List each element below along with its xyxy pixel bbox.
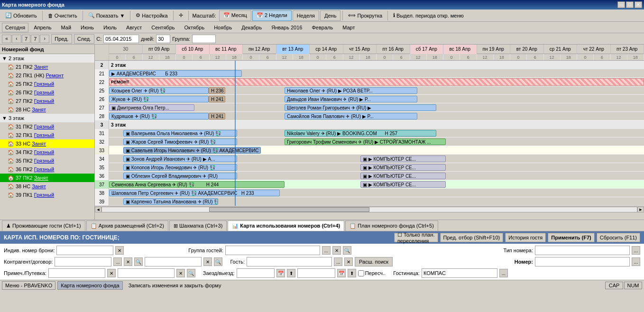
room-38[interactable]: 🏠 38 НС Занят [0, 182, 94, 191]
booking-27-dmitrieva[interactable]: ▣ Дмитриева Олга Петр... [109, 104, 194, 111]
prev-label-button[interactable]: Пред. [51, 34, 72, 44]
tab-room-map[interactable]: 📊 Карта использования номеров (Ctrl+4) [228, 220, 344, 231]
note-dots-button[interactable]: ✕ [176, 269, 185, 277]
month-december[interactable]: Декабрь [237, 23, 266, 32]
counterparty-search3-button[interactable]: 🔍 [214, 257, 222, 266]
tab-room-plan[interactable]: 📋 План номерного фонда (Ctrl+5) [345, 220, 438, 231]
tab-guests[interactable]: ♟ Проживающие гости (Ctrl+1) [2, 220, 85, 231]
room-38-status[interactable]: Занят [32, 184, 46, 189]
booking-39-karpenko[interactable]: ▣ Карпенко Татьяна Иванована ✈ (RU) 💱 [123, 198, 218, 205]
cal-row-25[interactable]: 25 Козырев Олег ✈ (RU) 💱 H 236 Николаев … [95, 86, 644, 95]
booking-34-zonov[interactable]: ▣ Зонов Андрей Иванович ✈ (RU) ▶ А... [123, 156, 237, 162]
indiv-input[interactable] [56, 246, 113, 255]
month-june[interactable]: Июнь [76, 23, 98, 32]
room-37-status[interactable]: Занят [34, 175, 48, 181]
checkin-cal2-button[interactable]: 📅 [337, 269, 346, 277]
room-39-status[interactable]: Грязный [34, 192, 54, 198]
group-search-button[interactable]: ✕ [332, 246, 341, 255]
month-march[interactable]: Март [338, 23, 359, 32]
tab-chess[interactable]: ⊞ Шахматка (Ctrl+3) [169, 220, 227, 231]
room-22-status[interactable]: Ремонт [46, 73, 64, 78]
horizontal-scrollbar[interactable]: ◄ ► [95, 206, 644, 212]
cal-row-21[interactable]: 21 ▶ АКАДЕМСЕРВИС Б 233 [95, 69, 644, 78]
minimize-button[interactable]: — [617, 1, 625, 8]
map-taskbar-button[interactable]: Карта номерного фонда [57, 281, 122, 290]
group-clear-button[interactable]: ... [322, 246, 331, 255]
room-33[interactable]: 🏠 33 НС Занят [0, 139, 94, 148]
cal-row-32[interactable]: 32 ▣ Жаров Сергей Тимофеевич ✈ (RU) 💱 Гр… [95, 138, 644, 146]
guest-history-button[interactable]: История гостя [505, 233, 546, 242]
clear-button[interactable]: 🗑 Очистить [45, 10, 81, 21]
date-from-input[interactable] [103, 35, 139, 43]
counterparty-search-button[interactable]: ✕ [124, 257, 132, 266]
month-april[interactable]: Апрель [29, 23, 55, 32]
refresh-button[interactable]: 🔄 Обновить [2, 10, 40, 21]
days-back-7b[interactable]: 7 [31, 35, 39, 43]
cal-row-34[interactable]: 34 ▣ Зонов Андрей Иванович ✈ (RU) ▶ А...… [95, 155, 644, 163]
day-scale-button[interactable]: День [320, 10, 340, 21]
settings-button[interactable]: ⚙ Настройка [132, 10, 171, 21]
month-august[interactable]: Август [122, 23, 146, 32]
guest-search-button[interactable]: ... [334, 257, 342, 266]
room-21[interactable]: 🏠 21 ПК2 Занят [0, 63, 94, 71]
cal-row-33[interactable]: 33 ▣ Савельев Игорь Николаевич ✈ (RU) 💱 … [95, 146, 644, 155]
guest-input[interactable] [247, 257, 332, 266]
note-search-button[interactable]: 🔍 [187, 269, 195, 277]
booking-35-komputer[interactable]: ▣ ▶ КОМПЬЮТЕР СЕ... [360, 164, 446, 171]
room-21-status[interactable]: Занят [34, 64, 48, 70]
two-weeks-scale-button[interactable]: 📅 2 Недели [252, 10, 292, 21]
recalc-checkbox[interactable] [358, 270, 364, 276]
note-input[interactable] [48, 268, 105, 278]
checkin-cal1-button[interactable]: 📅 [276, 269, 285, 277]
booking-31-nikolaev[interactable]: Nikolaev Valery ✈ (RU) ▶ BOOKING.COM H 2… [285, 130, 436, 137]
cal-row-31[interactable]: 31 ▣ Валерьева Ольга Николаевна ✈ (RU) 💱… [95, 129, 644, 138]
booking-36-oblezin[interactable]: ▣ Облезин Сергей Владимирович ✈ (RU) [123, 173, 237, 179]
booking-31-valereva[interactable]: ▣ Валерьева Ольга Николаевна ✈ (RU) 💱 [123, 130, 237, 137]
scroll-track[interactable] [101, 207, 637, 212]
week-scale-button[interactable]: Неделя [293, 10, 319, 21]
room-22[interactable]: 🏠 22 ПК1 (НК) Ремонт [0, 71, 94, 80]
room-28[interactable]: 🏠 28 НС Занят [0, 105, 94, 114]
month-october[interactable]: Октябрь [180, 23, 209, 32]
counterparty-dots2-button[interactable]: ✕ [203, 257, 212, 266]
booking-36-komputer[interactable]: ▣ ▶ КОМПЬЮТЕР СЕ... [360, 173, 446, 179]
group-search2-button[interactable]: 🔍 [343, 246, 351, 255]
room-34-status[interactable]: Грязный [34, 149, 54, 155]
type-dots-button[interactable]: ... [632, 246, 640, 255]
counterparty-input2[interactable] [145, 257, 202, 266]
next-label-button[interactable]: След. [74, 34, 95, 44]
booking-27-shegolov[interactable]: Шеголев Роман Григорьевич ✈ (RU) ▶ [285, 104, 436, 111]
room-37[interactable]: 🏠 37 ПК2 Занят [0, 174, 94, 182]
days-input[interactable] [156, 35, 170, 43]
prev-button[interactable]: ‹ [12, 35, 21, 43]
room-31-status[interactable]: Грязный [34, 124, 54, 129]
reset-button[interactable]: Сбросить (F11) [597, 233, 640, 242]
cal-row-26[interactable]: 26 Жуков ✈ (RU) 💱 H 241 Давыдов Иван Ива… [95, 95, 644, 103]
booking-32-grigorovich[interactable]: Григорович Трофим Семенович ✈ (RU) ▶ СТР… [285, 138, 446, 145]
apply-button[interactable]: Применить (F7) [548, 233, 594, 242]
hotel-dots-button[interactable]: ... [499, 269, 508, 277]
today-button[interactable]: Сегодня [2, 23, 28, 32]
month-september[interactable]: Сентябрь [147, 23, 179, 32]
scroll-thumb[interactable] [209, 207, 369, 212]
booking-21-akadem[interactable]: ▶ АКАДЕМСЕРВИС Б 233 [109, 70, 242, 77]
cal-row-35[interactable]: 35 ▣ Кononов Игорь Леонидович ✈ (RU) 💱 ▣… [95, 163, 644, 172]
booking-37-komputer[interactable]: ▣ ▶ КОМПЬЮТЕР СЕ... [360, 181, 446, 188]
room-33-status[interactable]: Занят [32, 141, 46, 147]
menu-taskbar-button[interactable]: Меню - PBAVENKO [2, 281, 55, 290]
booking-25-nikolaev[interactable]: Николаев Олег ✈ (RU) ▶ РОЗА ВЕТР... [285, 87, 417, 94]
month-may[interactable]: Май [57, 23, 76, 32]
cal-row-27[interactable]: 27 ▣ Дмитриева Олга Петр... Шеголев Рома… [95, 103, 644, 112]
month-scale-button[interactable]: 📅 Месяц [219, 10, 251, 21]
pred-otbor-button[interactable]: Пред. отбор (Shift+F10) [440, 233, 504, 242]
room-32[interactable]: 🏠 32 ПК1 Грязный [0, 131, 94, 139]
room-27[interactable]: 🏠 27 ПК2 Грязный [0, 97, 94, 105]
indiv-clear-button[interactable]: ✕ [115, 246, 124, 255]
scroll-right-button[interactable]: ► [637, 207, 644, 212]
booking-26-zhukov[interactable]: Жуков ✈ (RU) 💱 [109, 96, 209, 102]
period-button[interactable]: ℹ Выдел. периода откр. меню [390, 10, 467, 21]
booking-26-davydov[interactable]: Давыдов Иван Иванович ✈ (RU) ▶ Р... [285, 96, 417, 102]
checkin-from-input[interactable] [237, 268, 275, 278]
room-36-status[interactable]: Грязный [34, 166, 54, 172]
month-february[interactable]: Февраль [307, 23, 337, 32]
